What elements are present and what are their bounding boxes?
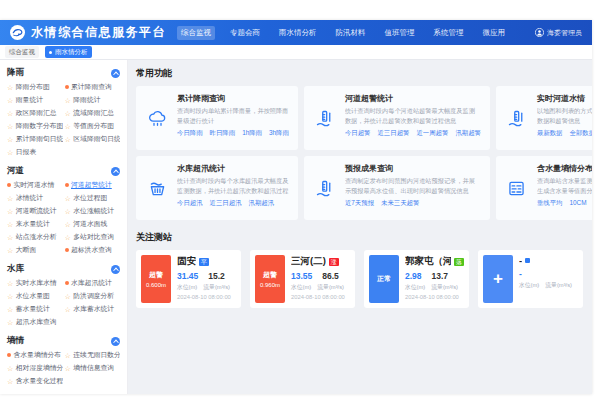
sidebar-item[interactable]: ☆冰情统计: [7, 193, 63, 203]
card-forecast-query[interactable]: 预报成果查询 查询制定发布时间范围内河道站预报记录，并展示预报最高水位值、出现时…: [304, 156, 490, 220]
nav-item-system[interactable]: 系统管理: [430, 26, 468, 40]
collapse-icon[interactable]: [111, 337, 120, 346]
section-header[interactable]: 水库: [7, 260, 120, 278]
alert-label: 正常: [377, 274, 391, 284]
sidebar-section-soil: 墒情 含水量墒情分布 ☆连续无雨日数分布 ☆相对湿度墒情分布 ☆墒情信息查询 ☆…: [7, 332, 120, 386]
sidebar-item[interactable]: ☆区域降雨旬日统计: [65, 134, 121, 144]
nav-item-consult[interactable]: 专题会商: [226, 26, 264, 40]
sidebar-item[interactable]: ☆水位水量图: [7, 291, 63, 301]
sidebar-item[interactable]: ☆水位过程图: [65, 193, 121, 203]
sidebar-item[interactable]: 超标洪水查询: [65, 245, 121, 255]
quick-link[interactable]: 3h降雨: [269, 129, 289, 138]
sidebar-item[interactable]: ☆连续无雨日数分布: [65, 350, 121, 360]
card-rain-query[interactable]: 累计降雨查询 查询时段内单站累计降雨量，并按照降雨量级进行统计 今日降雨 昨日降…: [136, 86, 298, 150]
sidebar-item[interactable]: ☆雨量统计: [7, 95, 63, 105]
quick-link[interactable]: 今日降雨: [177, 129, 203, 138]
section-header[interactable]: 河道: [7, 162, 120, 180]
sidebar-item[interactable]: 含水量墒情分布: [7, 350, 63, 360]
card-river-alert-stats[interactable]: 河道超警统计 统计查询时段内每个河道站超警最大幅度及监测数据，并统计总超警次数和…: [304, 86, 490, 150]
station-card[interactable]: 超警 0.600m 固安 平 31.45 15.2 水位(m): [136, 250, 241, 308]
quick-link[interactable]: 1h降雨: [242, 129, 262, 138]
flow-label: 流量(m³/s): [545, 281, 572, 290]
water-level-value: 13.55: [291, 271, 312, 281]
alert-block: 超警 0.600m: [141, 255, 171, 303]
sidebar-item[interactable]: 累计降雨查询: [65, 82, 121, 92]
sidebar-item[interactable]: ☆相对湿度墒情分布: [7, 363, 63, 373]
quick-link[interactable]: 汛期超警: [455, 129, 481, 138]
user-menu[interactable]: 海委管理员: [535, 28, 582, 38]
collapse-icon[interactable]: [111, 167, 120, 176]
nav-item-flood-material[interactable]: 防汛材料: [332, 26, 370, 40]
section-header[interactable]: 降雨: [7, 64, 120, 82]
sidebar-item[interactable]: ☆降雨数字分布图: [7, 121, 63, 131]
sidebar-item[interactable]: ☆来水量统计: [7, 219, 63, 229]
quick-link[interactable]: 垂线平均: [537, 199, 563, 208]
trend-badge: [525, 258, 530, 263]
sidebar-item[interactable]: ☆降雨分布图: [7, 82, 63, 92]
tab-rain-analysis[interactable]: 雨水情分析: [45, 46, 92, 58]
quick-link[interactable]: 最新数据: [537, 129, 563, 138]
station-card[interactable]: 超警 0.960m 三河(二) 涨 13.55 86.5 水位: [250, 250, 355, 308]
sidebar-item[interactable]: ☆水位涨幅统计: [65, 206, 121, 216]
card-realtime-river[interactable]: 实时河道水情 以地图和列表的方式，查询河道站最新监测数据和超警信息 最新数据 全…: [496, 86, 592, 150]
star-icon: ☆: [65, 195, 71, 202]
card-title: 水库超汛统计: [177, 163, 289, 174]
sidebar-item[interactable]: ☆等值面分布图: [65, 121, 121, 131]
nav-item-duty[interactable]: 值班管理: [381, 26, 419, 40]
sidebar-item[interactable]: 水库超汛统计: [65, 278, 121, 288]
sidebar-item[interactable]: ☆累计降雨旬日统计: [7, 134, 63, 144]
sidebar-item[interactable]: ☆水库蓄水统计: [65, 304, 121, 314]
sidebar-item[interactable]: ☆实时水库水情: [7, 278, 63, 288]
quick-link[interactable]: 今日超汛: [177, 199, 203, 208]
card-reservoir-flood-stats[interactable]: 水库超汛统计 统计查询时段内每个水库超汛最大幅度及监测数据，并统计总超汛次数和超…: [136, 156, 298, 220]
sidebar-item[interactable]: ☆降雨统计: [65, 95, 121, 105]
alert-label: 超警: [263, 270, 277, 280]
plus-icon: +: [493, 269, 503, 289]
card-soil-moisture[interactable]: 含水量墒情分布 查询单站含水量监测数据，按照制定等级，生成含水量等值面分布图 垂…: [496, 156, 592, 220]
quick-link[interactable]: 10CM: [570, 199, 587, 208]
sidebar-item[interactable]: ☆日报表: [7, 147, 63, 157]
nav-item-monitor[interactable]: 综合监视: [177, 26, 215, 40]
sidebar-item[interactable]: ☆防洪调度分析: [65, 291, 121, 301]
section-header[interactable]: 墒情: [7, 332, 120, 350]
sidebar-item[interactable]: ☆墒情信息查询: [65, 363, 121, 373]
sidebar-item[interactable]: ☆大断面: [7, 245, 63, 255]
card-desc: 查询单站含水量监测数据，按照制定等级，生成含水量等值面分布图: [537, 176, 592, 196]
quick-link[interactable]: 全部数据: [570, 129, 593, 138]
sidebar-item-current[interactable]: 河道超警统计: [65, 180, 121, 190]
sidebar-item[interactable]: ☆流域降雨汇总: [65, 108, 121, 118]
add-station-card[interactable]: + - - 水位(m) 流量(m³/s): [478, 250, 583, 308]
nav-item-rain-analysis[interactable]: 雨水情分析: [275, 26, 321, 40]
station-card[interactable]: 正常 郭家屯（河... 落 2.98 13.7 水位(m): [364, 250, 469, 308]
water-level-value: 2.98: [405, 271, 422, 281]
quick-link[interactable]: 近7天预报: [345, 199, 374, 208]
flow-value: 13.7: [432, 271, 449, 281]
sidebar-item[interactable]: ☆多站对比查询: [65, 232, 121, 242]
quick-link[interactable]: 近三日超警: [377, 129, 409, 138]
sidebar-item[interactable]: ☆站点涨水分析: [7, 232, 63, 242]
quick-link[interactable]: 昨日降雨: [210, 129, 236, 138]
active-dot-icon: [65, 85, 69, 89]
quick-link[interactable]: 汛期超汛: [249, 199, 275, 208]
quick-link[interactable]: 未来三天超警: [381, 199, 419, 208]
flow-value: 86.5: [322, 271, 339, 281]
collapse-icon[interactable]: [111, 69, 120, 78]
sidebar-item[interactable]: 实时河道水情: [7, 180, 63, 190]
quick-link[interactable]: 近一周超警: [416, 129, 448, 138]
station-name: -: [519, 255, 522, 266]
sidebar-item[interactable]: ☆超汛水库查询: [7, 317, 63, 327]
sidebar-item[interactable]: ☆政区降雨汇总: [7, 108, 63, 118]
sidebar-item[interactable]: ☆蓄水量统计: [7, 304, 63, 314]
quick-link[interactable]: 近三日超汛: [210, 199, 242, 208]
active-dot-icon: [7, 183, 11, 187]
sidebar-item[interactable]: ☆河道断流统计: [7, 206, 63, 216]
nav-item-microapp[interactable]: 微应用: [479, 26, 510, 40]
sidebar-item[interactable]: ☆含水量变化过程: [7, 376, 63, 386]
add-station-button[interactable]: +: [483, 255, 513, 303]
tab-monitor[interactable]: 综合监视: [5, 46, 39, 58]
user-icon: [535, 28, 544, 37]
tab-bar: 综合监视 雨水情分析: [0, 45, 592, 60]
collapse-icon[interactable]: [111, 265, 120, 274]
quick-link[interactable]: 今日超警: [345, 129, 371, 138]
sidebar-item[interactable]: ☆河道水面线: [65, 219, 121, 229]
